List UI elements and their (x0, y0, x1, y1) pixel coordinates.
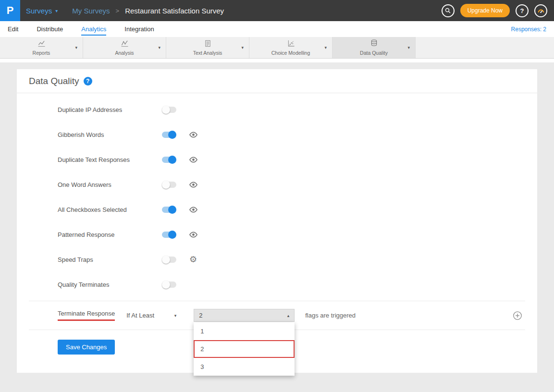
toolbar-item-analysis[interactable]: Analysis ▾ (83, 37, 166, 58)
page-title: Restaurant Satisfaction Survey (125, 7, 224, 15)
toggle-knob (168, 131, 176, 139)
toggle[interactable] (162, 232, 176, 238)
database-icon (370, 39, 378, 49)
panel-header: Data Quality ? (17, 69, 537, 93)
eye-icon[interactable] (189, 207, 198, 213)
app-logo-letter: P (7, 4, 14, 17)
terminate-response-label: Terminate Response (58, 310, 115, 321)
toggle-knob (162, 106, 170, 114)
data-quality-panel: Data Quality ? Duplicate IP Addresses ⚙ … (17, 69, 537, 373)
setting-row: Duplicate IP Addresses ⚙ (58, 97, 525, 122)
app-logo[interactable]: P (0, 0, 20, 21)
dropdown-option-3[interactable]: 3 (194, 358, 295, 376)
product-switcher[interactable]: Surveys ▾ (20, 0, 65, 21)
gauge-icon[interactable] (534, 4, 547, 17)
setting-icon-slot: ⚙ (188, 182, 198, 188)
toggle[interactable] (162, 257, 176, 263)
plus-circle-icon[interactable] (513, 311, 522, 320)
chevron-down-icon: ▾ (174, 313, 177, 318)
breadcrumb-my-surveys[interactable]: My Surveys (72, 7, 110, 15)
save-changes-button[interactable]: Save Changes (58, 340, 115, 355)
setting-icon-slot: ⚙ (188, 132, 198, 138)
tab-analytics[interactable]: Analytics (81, 23, 106, 36)
chevron-down-icon: ▾ (55, 8, 58, 13)
toolbar-item-reports[interactable]: Reports ▾ (0, 37, 83, 58)
tab-edit[interactable]: Edit (8, 23, 18, 36)
chevron-up-icon: ▴ (287, 313, 290, 318)
text-table-icon (204, 40, 211, 49)
search-icon[interactable] (442, 4, 455, 17)
tab-label: Edit (8, 25, 18, 33)
setting-row: Duplicate Text Responses ⚙ (58, 147, 525, 172)
toolbar-item-label: Choice Modelling (271, 50, 310, 56)
toggle[interactable] (162, 107, 176, 113)
flags-triggered-label: flags are triggered (305, 312, 356, 319)
topbar-actions: Upgrade Now ? (442, 4, 554, 17)
toolbar-item-choice-modelling[interactable]: Choice Modelling ▾ (249, 37, 332, 58)
toolbar-item-label: Text Analysis (193, 50, 222, 56)
toolbar-item-label: Analysis (115, 50, 134, 56)
eye-icon[interactable] (189, 182, 198, 188)
setting-label: Speed Traps (58, 256, 162, 263)
upgrade-now-button[interactable]: Upgrade Now (460, 4, 510, 17)
responses-count[interactable]: Responses: 2 (511, 26, 546, 33)
toggle[interactable] (162, 282, 176, 288)
toggle[interactable] (162, 207, 176, 213)
help-circle-icon[interactable]: ? (84, 77, 92, 86)
setting-row: One Word Answers ⚙ (58, 172, 525, 197)
analytics-toolbar: Reports ▾ Analysis ▾ Text Analysis ▾ (0, 37, 554, 59)
help-icon-glyph: ? (520, 7, 524, 14)
toolbar-item-text-analysis[interactable]: Text Analysis ▾ (166, 37, 249, 58)
setting-icon-slot: ⚙ (188, 207, 198, 213)
setting-label: Duplicate Text Responses (58, 156, 162, 163)
setting-row: Speed Traps ⚙ (58, 247, 525, 272)
eye-icon[interactable] (189, 232, 198, 238)
help-icon[interactable]: ? (516, 4, 529, 17)
toggle[interactable] (162, 182, 176, 188)
flag-count-dropdown: 123 (194, 322, 295, 376)
main-content: Data Quality ? Duplicate IP Addresses ⚙ … (0, 62, 554, 373)
setting-icon-slot: ⚙ (188, 232, 198, 238)
chevron-down-icon[interactable]: ▾ (407, 45, 410, 50)
tab-distribute[interactable]: Distribute (37, 23, 63, 36)
area-chart-icon (121, 40, 129, 49)
flag-count-value: 2 (199, 312, 202, 319)
toolbar-item-label: Data Quality (360, 50, 388, 56)
tab-integration[interactable]: Integration (124, 23, 154, 36)
gear-icon[interactable]: ⚙ (189, 255, 197, 264)
panel-body: Duplicate IP Addresses ⚙ Gibberish Words… (17, 93, 537, 355)
setting-label: All Checkboxes Selected (58, 206, 162, 213)
setting-row: Patterned Response ⚙ (58, 222, 525, 247)
chevron-down-icon[interactable]: ▾ (324, 45, 327, 50)
setting-row: Quality Terminates ⚙ (58, 272, 525, 297)
settings-list: Duplicate IP Addresses ⚙ Gibberish Words… (29, 93, 525, 301)
terminate-response-row: Terminate Response If At Least ▾ 2 ▴ 123… (29, 301, 525, 330)
eye-icon[interactable] (189, 132, 198, 138)
toggle-knob (168, 206, 176, 214)
flag-count-select[interactable]: 2 ▴ (194, 309, 295, 322)
toggle[interactable] (162, 132, 176, 138)
dropdown-option-2[interactable]: 2 (194, 340, 295, 358)
setting-label: Duplicate IP Addresses (58, 106, 162, 113)
tab-label: Distribute (37, 25, 63, 33)
dropdown-option-1[interactable]: 1 (194, 322, 295, 340)
product-label: Surveys (26, 7, 52, 15)
chevron-down-icon[interactable]: ▾ (241, 45, 244, 50)
setting-label: Gibberish Words (58, 131, 162, 138)
eye-icon[interactable] (189, 157, 198, 163)
toggle-knob (162, 181, 170, 189)
scatter-chart-icon (287, 40, 295, 49)
condition-select[interactable]: If At Least ▾ (126, 312, 176, 319)
toolbar-item-data-quality[interactable]: Data Quality ▾ (332, 37, 416, 58)
toggle[interactable] (162, 157, 176, 163)
breadcrumb: My Surveys > Restaurant Satisfaction Sur… (72, 7, 224, 15)
setting-icon-slot: ⚙ (188, 255, 198, 264)
nav-row: EditDistributeAnalyticsIntegration Respo… (0, 21, 554, 37)
chevron-down-icon[interactable]: ▾ (75, 45, 77, 50)
setting-row: Gibberish Words ⚙ (58, 122, 525, 147)
chevron-down-icon[interactable]: ▾ (158, 45, 160, 50)
condition-select-value: If At Least (126, 312, 154, 319)
setting-label: Quality Terminates (58, 281, 162, 288)
setting-icon-slot: ⚙ (188, 157, 198, 163)
tab-label: Integration (124, 25, 154, 33)
